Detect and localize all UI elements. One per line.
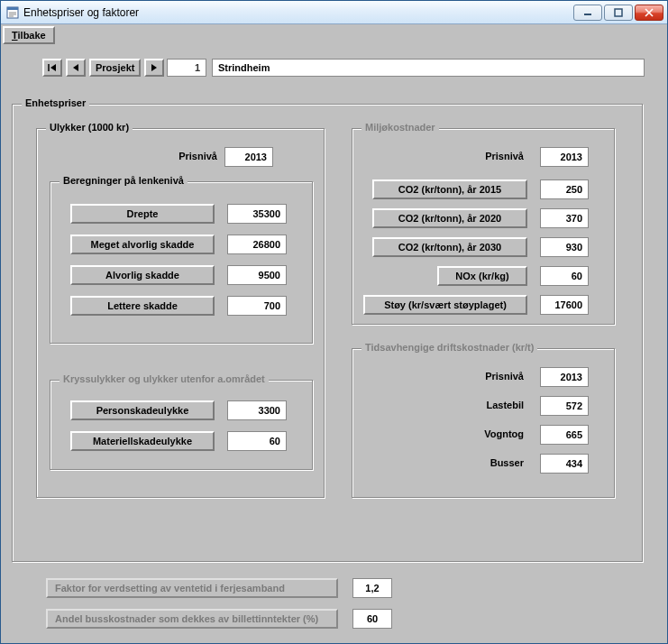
materiellskade-button[interactable]: Materiellskadeulykke xyxy=(70,431,215,451)
nox-value[interactable]: 60 xyxy=(540,266,589,286)
drepte-button[interactable]: Drepte xyxy=(70,204,215,224)
lastebil-value[interactable]: 572 xyxy=(540,396,589,416)
driftskostnader-legend: Tidsavhengige driftskostnader (kr/t) xyxy=(361,342,537,353)
drift-prisniva-value[interactable]: 2013 xyxy=(540,367,589,387)
kryssulykker-group: Kryssulykker og ulykker utenfor a.område… xyxy=(50,380,313,470)
prosjekt-label[interactable]: Prosjekt xyxy=(89,59,141,77)
svg-marker-12 xyxy=(151,64,157,71)
materiellskade-value[interactable]: 60 xyxy=(227,431,287,451)
busser-value[interactable]: 434 xyxy=(540,454,589,474)
ulykker-prisniva-value[interactable]: 2013 xyxy=(224,147,273,167)
close-button[interactable] xyxy=(635,5,663,21)
miljo-prisniva-label: Prisnivå xyxy=(443,151,524,161)
minimize-button[interactable] xyxy=(573,5,602,21)
vogntog-label: Vogntog xyxy=(443,428,524,439)
miljokostnader-legend: Miljøkostnader xyxy=(361,122,439,133)
co2-2015-value[interactable]: 250 xyxy=(540,179,589,199)
svg-marker-11 xyxy=(73,64,78,71)
driftskostnader-group: Tidsavhengige driftskostnader (kr/t) Pri… xyxy=(352,348,615,498)
lettere-value[interactable]: 700 xyxy=(227,296,287,316)
stoy-value[interactable]: 17600 xyxy=(540,295,589,315)
ulykker-legend: Ulykker (1000 kr) xyxy=(46,122,133,133)
miljokostnader-group: Miljøkostnader Prisnivå 2013 CO2 (kr/ton… xyxy=(352,128,615,325)
faktor-ventetid-button[interactable]: Faktor for verdsetting av ventetid i fer… xyxy=(46,578,338,598)
co2-2030-button[interactable]: CO2 (kr/tonn), år 2030 xyxy=(372,237,527,257)
nav-next-button[interactable] xyxy=(144,59,164,77)
co2-2020-value[interactable]: 370 xyxy=(540,208,589,228)
andel-busskostnader-value[interactable]: 60 xyxy=(352,609,392,629)
client-area: Prosjekt 1 Strindheim Enhetspriser Ulykk… xyxy=(1,46,667,643)
enhetspriser-legend: Enhetspriser xyxy=(22,97,89,108)
busser-label: Busser xyxy=(443,457,524,468)
stoy-button[interactable]: Støy (kr/svært støyplaget) xyxy=(363,295,527,315)
menubar: Tilbake xyxy=(1,24,667,46)
nav-first-button[interactable] xyxy=(42,59,62,77)
svg-marker-10 xyxy=(50,64,56,71)
window: Enhetspriser og faktorer Tilbake xyxy=(0,0,668,644)
personskade-button[interactable]: Personskadeulykke xyxy=(70,400,215,420)
co2-2020-button[interactable]: CO2 (kr/tonn), år 2020 xyxy=(372,208,527,228)
svg-rect-6 xyxy=(615,9,622,16)
drepte-value[interactable]: 35300 xyxy=(227,204,287,224)
maximize-button[interactable] xyxy=(604,5,633,21)
beregninger-legend: Beregninger på lenkenivå xyxy=(59,175,188,186)
co2-2030-value[interactable]: 930 xyxy=(540,237,589,257)
meget-value[interactable]: 26800 xyxy=(227,235,287,254)
drift-prisniva-label: Prisnivå xyxy=(443,371,524,382)
project-number[interactable]: 1 xyxy=(167,59,206,77)
andel-busskostnader-button[interactable]: Andel busskostnader som dekkes av billet… xyxy=(46,609,338,629)
back-button[interactable]: Tilbake xyxy=(3,26,55,44)
titlebar[interactable]: Enhetspriser og faktorer xyxy=(1,1,667,24)
kryssulykker-legend: Kryssulykker og ulykker utenfor a.område… xyxy=(59,373,269,384)
alvorlig-button[interactable]: Alvorlig skadde xyxy=(70,265,215,285)
svg-rect-1 xyxy=(7,7,18,10)
enhetspriser-group: Enhetspriser Ulykker (1000 kr) Prisnivå … xyxy=(12,104,643,562)
personskade-value[interactable]: 3300 xyxy=(227,400,287,420)
co2-2015-button[interactable]: CO2 (kr/tonn), år 2015 xyxy=(372,179,527,199)
alvorlig-value[interactable]: 9500 xyxy=(227,265,287,285)
ulykker-group: Ulykker (1000 kr) Prisnivå 2013 Beregnin… xyxy=(36,128,325,498)
meget-button[interactable]: Meget alvorlig skadde xyxy=(70,235,215,254)
beregninger-group: Beregninger på lenkenivå Drepte 35300 Me… xyxy=(50,181,313,344)
lettere-button[interactable]: Lettere skadde xyxy=(70,296,215,316)
nav-prev-button[interactable] xyxy=(66,59,86,77)
faktor-ventetid-value[interactable]: 1,2 xyxy=(352,578,392,598)
project-name[interactable]: Strindheim xyxy=(212,59,645,77)
form-icon xyxy=(6,6,19,19)
window-controls xyxy=(573,5,663,21)
miljo-prisniva-value[interactable]: 2013 xyxy=(540,147,589,167)
lastebil-label: Lastebil xyxy=(443,400,524,410)
nox-button[interactable]: NOx (kr/kg) xyxy=(437,266,527,286)
ulykker-prisniva-label: Prisnivå xyxy=(136,151,217,161)
vogntog-value[interactable]: 665 xyxy=(540,425,589,445)
window-title: Enhetspriser og faktorer xyxy=(23,6,573,19)
